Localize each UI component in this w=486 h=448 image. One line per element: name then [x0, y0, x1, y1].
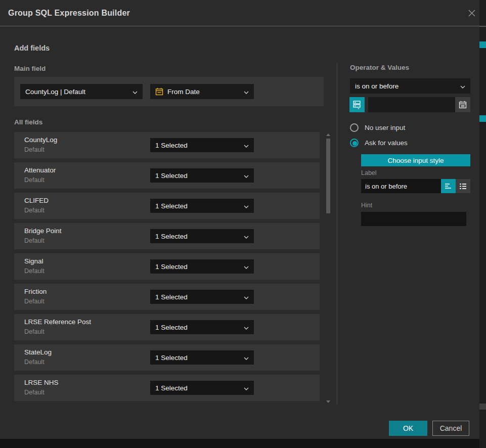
field-subtitle: Default: [24, 267, 45, 275]
field-selected-value: 1 Selected: [155, 293, 241, 301]
close-icon[interactable]: [467, 9, 476, 18]
field-selected-value: 1 Selected: [155, 263, 241, 271]
field-selected-value: 1 Selected: [155, 233, 241, 240]
field-row: LRSE NHS Default 1 Selected: [14, 375, 320, 401]
scrollbar-thumb[interactable]: [326, 139, 330, 213]
field-row: StateLog Default 1 Selected: [14, 344, 320, 371]
field-name: CountyLog: [24, 136, 57, 144]
field-selected-value: 1 Selected: [155, 202, 241, 210]
main-field-panel: CountyLog | Default From Date: [14, 77, 324, 106]
scroll-up-icon[interactable]: [326, 132, 330, 137]
field-values-select[interactable]: 1 Selected: [150, 381, 254, 395]
radio-no-user-input-label: No user input: [365, 124, 405, 131]
field-name: Friction: [24, 288, 47, 295]
layer-select[interactable]: CountyLog | Default: [20, 84, 143, 99]
chevron-down-icon: [244, 354, 249, 362]
unique-values-icon[interactable]: [349, 97, 365, 112]
calendar-icon: [155, 87, 163, 96]
chevron-down-icon: [244, 293, 249, 301]
field-subtitle: Default: [24, 359, 45, 366]
operator-select-value: is on or before: [355, 82, 457, 90]
background-fragment: [479, 26, 486, 27]
field-selected-value: 1 Selected: [155, 324, 241, 331]
chevron-down-icon: [244, 88, 249, 96]
chevron-down-icon: [244, 142, 249, 149]
background-fragment: [479, 115, 486, 122]
calendar-icon[interactable]: [455, 97, 470, 112]
radio-no-user-input[interactable]: No user input: [350, 123, 405, 132]
label-row: [361, 179, 470, 193]
panel-divider: [337, 63, 337, 405]
label-input[interactable]: [361, 179, 441, 193]
label-field-label: Label: [361, 169, 377, 176]
field-name: StateLog: [24, 348, 52, 356]
field-subtitle: Default: [24, 207, 45, 214]
group-sql-expression-builder-dialog: Group SQL Expression Builder Add fields …: [0, 0, 479, 439]
field-row: Signal Default 1 Selected: [14, 253, 320, 280]
field-subtitle: Default: [24, 146, 45, 153]
field-row: LRSE Reference Post Default 1 Selected: [14, 314, 320, 340]
field-values-select[interactable]: 1 Selected: [150, 168, 254, 183]
background-page-strip: [479, 0, 486, 448]
field-values-select[interactable]: 1 Selected: [150, 199, 254, 213]
chevron-down-icon: [132, 88, 138, 96]
chevron-down-icon: [244, 324, 249, 331]
field-selected-value: 1 Selected: [155, 172, 241, 180]
layer-select-value: CountyLog | Default: [25, 88, 129, 96]
field-values-select[interactable]: 1 Selected: [150, 229, 254, 243]
dialog-title: Group SQL Expression Builder: [8, 9, 130, 18]
field-subtitle: Default: [24, 176, 45, 184]
field-values-select[interactable]: 1 Selected: [150, 138, 254, 152]
single-line-input-icon[interactable]: [441, 179, 456, 193]
chevron-down-icon: [244, 384, 249, 392]
background-fragment: [479, 41, 486, 48]
chevron-down-icon: [244, 172, 249, 180]
hint-input[interactable]: [361, 212, 466, 226]
cancel-button[interactable]: Cancel: [432, 421, 469, 436]
scrollbar[interactable]: [326, 132, 331, 404]
radio-circle-checked[interactable]: [350, 139, 359, 147]
chevron-down-icon: [244, 233, 249, 240]
scroll-down-icon[interactable]: [326, 399, 330, 404]
field-select-value: From Date: [167, 88, 241, 96]
field-name: LRSE Reference Post: [24, 318, 91, 326]
field-values-select[interactable]: 1 Selected: [150, 259, 254, 274]
field-name: Attenuator: [24, 166, 56, 174]
chevron-down-icon: [244, 202, 249, 210]
date-value-input[interactable]: [368, 97, 455, 112]
operator-select[interactable]: is on or before: [350, 78, 470, 94]
field-subtitle: Default: [24, 298, 45, 305]
field-row: Friction Default 1 Selected: [14, 284, 320, 310]
operator-values-label: Operator & Values: [350, 64, 409, 71]
field-subtitle: Default: [24, 389, 45, 396]
main-field-label: Main field: [14, 65, 46, 72]
chevron-down-icon: [244, 263, 249, 271]
field-values-select[interactable]: 1 Selected: [150, 290, 254, 304]
hint-field-label: Hint: [361, 202, 372, 209]
field-subtitle: Default: [24, 237, 45, 244]
field-values-select[interactable]: 1 Selected: [150, 350, 254, 365]
field-select[interactable]: From Date: [150, 84, 254, 99]
field-selected-value: 1 Selected: [155, 354, 241, 362]
all-fields-list: CountyLog Default 1 Selected Attenuator …: [14, 132, 320, 405]
field-selected-value: 1 Selected: [155, 384, 241, 392]
field-subtitle: Default: [24, 328, 45, 335]
field-name: CLIFED: [24, 197, 49, 204]
field-row: Bridge Point Default 1 Selected: [14, 223, 320, 249]
value-row: [349, 97, 470, 112]
radio-ask-for-values[interactable]: Ask for values: [350, 139, 408, 147]
field-values-select[interactable]: 1 Selected: [150, 320, 254, 334]
all-fields-label: All fields: [14, 118, 42, 126]
background-bottom-strip: [0, 439, 479, 448]
choose-input-style-button[interactable]: Choose input style: [361, 154, 470, 166]
ok-button[interactable]: OK: [389, 421, 427, 436]
radio-circle[interactable]: [350, 123, 359, 132]
field-selected-value: 1 Selected: [155, 142, 241, 149]
chevron-down-icon: [460, 82, 465, 90]
field-row: Attenuator Default 1 Selected: [14, 162, 320, 189]
field-name: Bridge Point: [24, 227, 62, 235]
add-fields-heading: Add fields: [14, 44, 50, 52]
field-name: Signal: [24, 257, 43, 265]
list-input-icon[interactable]: [456, 179, 470, 193]
field-row: CountyLog Default 1 Selected: [14, 132, 320, 158]
